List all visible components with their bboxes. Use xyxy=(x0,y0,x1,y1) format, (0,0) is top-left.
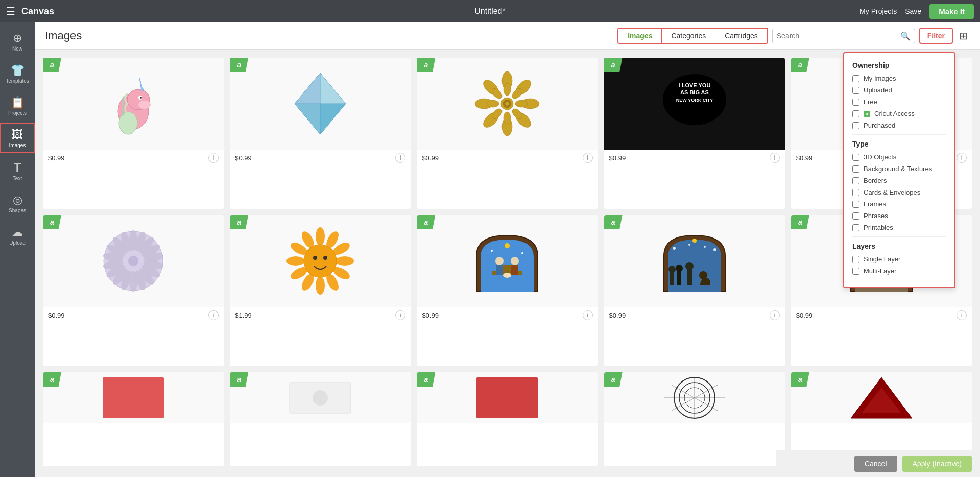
filter-option-cricut-access[interactable]: a Cricut Access xyxy=(852,110,946,117)
svg-text:NEW YORK CITY: NEW YORK CITY xyxy=(676,98,713,103)
card-badge-7: a xyxy=(230,215,248,229)
filter-label-purchased: Purchased xyxy=(864,122,895,129)
image-card-14[interactable]: a xyxy=(604,372,785,466)
info-icon-5[interactable]: i xyxy=(957,153,967,163)
filter-option-my-images[interactable]: My Images xyxy=(852,75,946,82)
filter-button[interactable]: Filter xyxy=(919,28,953,44)
my-projects-link[interactable]: My Projects xyxy=(859,7,897,15)
search-input[interactable] xyxy=(777,32,900,40)
filter-option-phrases[interactable]: Phrases xyxy=(852,212,946,220)
info-icon-9[interactable]: i xyxy=(770,310,780,320)
image-card-1[interactable]: a xyxy=(43,58,224,209)
image-card-inner-11: a xyxy=(43,372,224,423)
templates-icon: 👕 xyxy=(11,64,25,77)
filter-label-printables: Printables xyxy=(864,224,893,231)
filter-checkbox-borders[interactable] xyxy=(852,177,859,184)
filter-option-uploaded[interactable]: Uploaded xyxy=(852,86,946,94)
grid-view-icon[interactable]: ⊞ xyxy=(957,28,970,44)
cancel-button[interactable]: Cancel xyxy=(854,456,897,472)
card-footer-3: $0.99 i xyxy=(417,150,597,166)
image-card-11[interactable]: a xyxy=(43,372,224,466)
image-card-7[interactable]: a xyxy=(230,215,411,366)
image-card-3[interactable]: a xyxy=(417,58,597,209)
filter-checkbox-cards-envelopes[interactable] xyxy=(852,189,859,196)
filter-label-my-images: My Images xyxy=(864,75,896,82)
filter-option-free[interactable]: Free xyxy=(852,98,946,106)
filter-checkbox-multi-layer[interactable] xyxy=(852,268,859,275)
image-card-13[interactable]: a xyxy=(417,372,597,466)
image-card-6[interactable]: a xyxy=(43,215,224,366)
filter-checkbox-background-textures[interactable] xyxy=(852,165,859,173)
image-card-2[interactable]: a $0.99 i xyxy=(230,58,411,209)
info-icon-7[interactable]: i xyxy=(395,310,405,320)
sun-image xyxy=(284,225,356,297)
info-icon-4[interactable]: i xyxy=(770,153,780,163)
sidebar-item-images[interactable]: 🖼 Images xyxy=(0,123,35,153)
save-link[interactable]: Save xyxy=(905,7,921,15)
filter-option-3d-objects[interactable]: 3D Objects xyxy=(852,153,946,161)
info-icon-1[interactable]: i xyxy=(208,153,219,163)
filter-checkbox-printables[interactable] xyxy=(852,224,859,231)
filter-checkbox-free[interactable] xyxy=(852,99,859,106)
filter-label-phrases: Phrases xyxy=(864,212,888,220)
card-footer-1: $0.99 i xyxy=(43,150,224,166)
card-badge-5: a xyxy=(791,58,809,72)
layers-section-title: Layers xyxy=(852,242,946,250)
filter-option-multi-layer[interactable]: Multi-Layer xyxy=(852,267,946,275)
sidebar-item-projects[interactable]: 📋 Projects xyxy=(0,91,35,121)
menu-icon[interactable]: ☰ xyxy=(6,5,15,17)
tab-cartridges[interactable]: Cartridges xyxy=(715,29,767,43)
card-badge-15: a xyxy=(791,372,809,387)
make-it-button[interactable]: Make It xyxy=(929,4,974,19)
sidebar-label-new: New xyxy=(12,46,22,52)
topbar-actions: My Projects Save Make It xyxy=(859,4,974,19)
image-card-8[interactable]: a xyxy=(417,215,597,366)
svg-point-92 xyxy=(676,265,683,272)
info-icon-10[interactable]: i xyxy=(957,310,967,320)
diamond-image xyxy=(284,68,356,139)
filter-checkbox-3d-objects[interactable] xyxy=(852,154,859,161)
image-card-9[interactable]: a xyxy=(604,215,785,366)
filter-checkbox-purchased[interactable] xyxy=(852,122,859,129)
filter-checkbox-cricut-access[interactable] xyxy=(852,110,859,117)
sidebar-item-shapes[interactable]: ◎ Shapes xyxy=(0,188,35,219)
info-icon-8[interactable]: i xyxy=(583,310,593,320)
filter-checkbox-single-layer[interactable] xyxy=(852,256,859,263)
sidebar-item-new[interactable]: ⊕ New xyxy=(0,27,35,57)
filter-option-background-textures[interactable]: Background & Textures xyxy=(852,165,946,173)
mandala-circle-image xyxy=(98,225,169,297)
card-price-7: $1.99 xyxy=(235,312,252,319)
red-rect-image xyxy=(471,372,543,434)
filter-option-borders[interactable]: Borders xyxy=(852,177,946,184)
filter-option-cards-envelopes[interactable]: Cards & Envelopes xyxy=(852,188,946,196)
sidebar-item-text[interactable]: T Text xyxy=(0,155,35,186)
upload-icon: ☁ xyxy=(12,226,23,239)
sidebar-item-templates[interactable]: 👕 Templates xyxy=(0,59,35,89)
apply-button[interactable]: Apply (Inactive) xyxy=(902,456,972,472)
svg-point-69 xyxy=(286,256,305,266)
image-card-4[interactable]: a I LOVE YOU AS BIG AS NEW YORK CITY $0.… xyxy=(604,58,785,209)
filter-checkbox-my-images[interactable] xyxy=(852,75,859,82)
info-icon-2[interactable]: i xyxy=(395,153,405,163)
filter-checkbox-frames[interactable] xyxy=(852,201,859,208)
svg-point-84 xyxy=(503,273,511,278)
tab-categories[interactable]: Categories xyxy=(662,29,715,43)
filter-label-single-layer: Single Layer xyxy=(864,255,900,263)
tab-images[interactable]: Images xyxy=(618,29,662,43)
filter-checkbox-phrases[interactable] xyxy=(852,212,859,220)
filter-option-frames[interactable]: Frames xyxy=(852,200,946,208)
info-icon-3[interactable]: i xyxy=(583,153,593,163)
card-price-6: $0.99 xyxy=(48,312,65,319)
filter-option-purchased[interactable]: Purchased xyxy=(852,122,946,129)
image-card-12[interactable]: a xyxy=(230,372,411,466)
filter-option-printables[interactable]: Printables xyxy=(852,224,946,231)
page-title: Images xyxy=(45,29,82,42)
svg-point-96 xyxy=(692,238,697,243)
filter-option-single-layer[interactable]: Single Layer xyxy=(852,255,946,263)
filter-checkbox-uploaded[interactable] xyxy=(852,87,859,94)
svg-point-22 xyxy=(515,100,528,107)
sidebar-item-upload[interactable]: ☁ Upload xyxy=(0,221,35,251)
info-icon-6[interactable]: i xyxy=(208,310,219,320)
filter-label-3d-objects: 3D Objects xyxy=(864,153,896,161)
search-icon[interactable]: 🔍 xyxy=(900,31,911,41)
